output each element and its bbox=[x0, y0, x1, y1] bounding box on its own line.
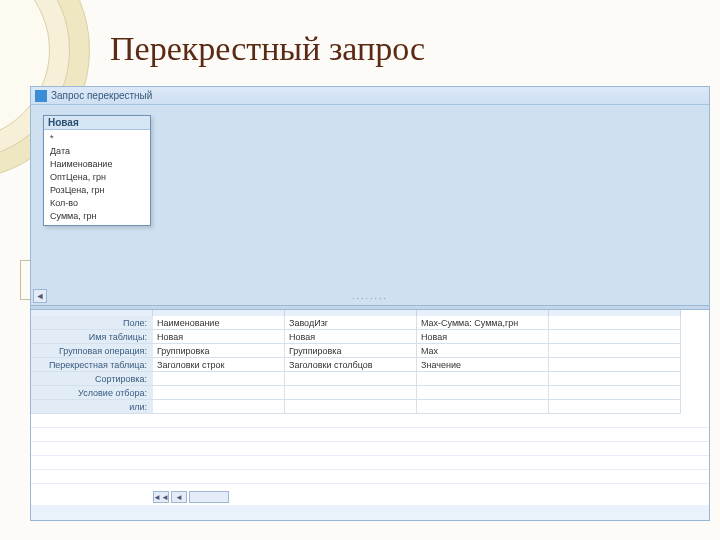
grid-cell-field[interactable]: ЗаводИзг bbox=[285, 316, 417, 330]
grid-cell-group[interactable] bbox=[549, 344, 681, 358]
grid-cell-group[interactable]: Группировка bbox=[153, 344, 285, 358]
window-title: Запрос перекрестный bbox=[51, 90, 152, 101]
table-field[interactable]: Наименование bbox=[44, 158, 150, 171]
grid-cell-sort[interactable] bbox=[417, 372, 549, 386]
grid-cell-table[interactable]: Новая bbox=[153, 330, 285, 344]
splitter-grip[interactable]: ········ bbox=[352, 293, 388, 303]
table-box[interactable]: Новая * Дата Наименование ОптЦена, грн Р… bbox=[43, 115, 151, 226]
grid-cell-crosstab[interactable] bbox=[549, 358, 681, 372]
grid-cell-sort[interactable] bbox=[549, 372, 681, 386]
row-label-sort: Сортировка: bbox=[31, 372, 153, 386]
grid-cell-or[interactable] bbox=[285, 400, 417, 414]
row-label-field: Поле: bbox=[31, 316, 153, 330]
grid-cell-group[interactable]: Max bbox=[417, 344, 549, 358]
row-label-criteria: Условие отбора: bbox=[31, 386, 153, 400]
grid-cell-table[interactable]: Новая bbox=[417, 330, 549, 344]
grid-cell-sort[interactable] bbox=[153, 372, 285, 386]
table-field[interactable]: Кол-во bbox=[44, 197, 150, 210]
grid-cell-criteria[interactable] bbox=[549, 386, 681, 400]
row-label-table: Имя таблицы: bbox=[31, 330, 153, 344]
query-icon bbox=[35, 90, 47, 102]
tables-pane[interactable]: Новая * Дата Наименование ОптЦена, грн Р… bbox=[31, 105, 709, 305]
grid-cell-or[interactable] bbox=[153, 400, 285, 414]
scroll-left-button[interactable]: ◄ bbox=[33, 289, 47, 303]
table-field[interactable]: РозЦена, грн bbox=[44, 184, 150, 197]
table-field-list: * Дата Наименование ОптЦена, грн РозЦена… bbox=[44, 130, 150, 225]
scroll-left-button[interactable]: ◄ bbox=[171, 491, 187, 503]
grid-cell-sort[interactable] bbox=[285, 372, 417, 386]
grid-cell-crosstab[interactable]: Значение bbox=[417, 358, 549, 372]
row-label-crosstab: Перекрестная таблица: bbox=[31, 358, 153, 372]
grid-cell-table[interactable]: Новая bbox=[285, 330, 417, 344]
table-field[interactable]: Дата bbox=[44, 145, 150, 158]
scroll-track[interactable] bbox=[189, 491, 229, 503]
grid-cell-or[interactable] bbox=[549, 400, 681, 414]
grid-cell-field[interactable]: Наименование bbox=[153, 316, 285, 330]
grid-cell-field[interactable]: Max-Сумма: Сумма,грн bbox=[417, 316, 549, 330]
slide-title: Перекрестный запрос bbox=[110, 30, 425, 68]
grid-cell-table[interactable] bbox=[549, 330, 681, 344]
empty-grid-rows bbox=[31, 414, 709, 484]
grid-cell-crosstab[interactable]: Заголовки строк bbox=[153, 358, 285, 372]
grid-cell-or[interactable] bbox=[417, 400, 549, 414]
table-box-title: Новая bbox=[44, 116, 150, 130]
table-field[interactable]: ОптЦена, грн bbox=[44, 171, 150, 184]
table-field[interactable]: Сумма, грн bbox=[44, 210, 150, 223]
grid-cell-crosstab[interactable]: Заголовки столбцов bbox=[285, 358, 417, 372]
horizontal-scrollbar[interactable]: ◄◄ ◄ bbox=[153, 491, 229, 503]
grid-cell-criteria[interactable] bbox=[285, 386, 417, 400]
grid-cell-criteria[interactable] bbox=[153, 386, 285, 400]
window-titlebar[interactable]: Запрос перекрестный bbox=[31, 87, 709, 105]
query-design-window: Запрос перекрестный Новая * Дата Наимено… bbox=[30, 86, 710, 521]
design-grid: Поле: Наименование ЗаводИзг Max-Сумма: С… bbox=[31, 310, 709, 414]
grid-cell-field[interactable] bbox=[549, 316, 681, 330]
design-grid-pane: Поле: Наименование ЗаводИзг Max-Сумма: С… bbox=[31, 310, 709, 505]
row-label-or: или: bbox=[31, 400, 153, 414]
grid-cell-group[interactable]: Группировка bbox=[285, 344, 417, 358]
scroll-first-button[interactable]: ◄◄ bbox=[153, 491, 169, 503]
table-field[interactable]: * bbox=[44, 132, 150, 145]
grid-cell-criteria[interactable] bbox=[417, 386, 549, 400]
row-label-group: Групповая операция: bbox=[31, 344, 153, 358]
